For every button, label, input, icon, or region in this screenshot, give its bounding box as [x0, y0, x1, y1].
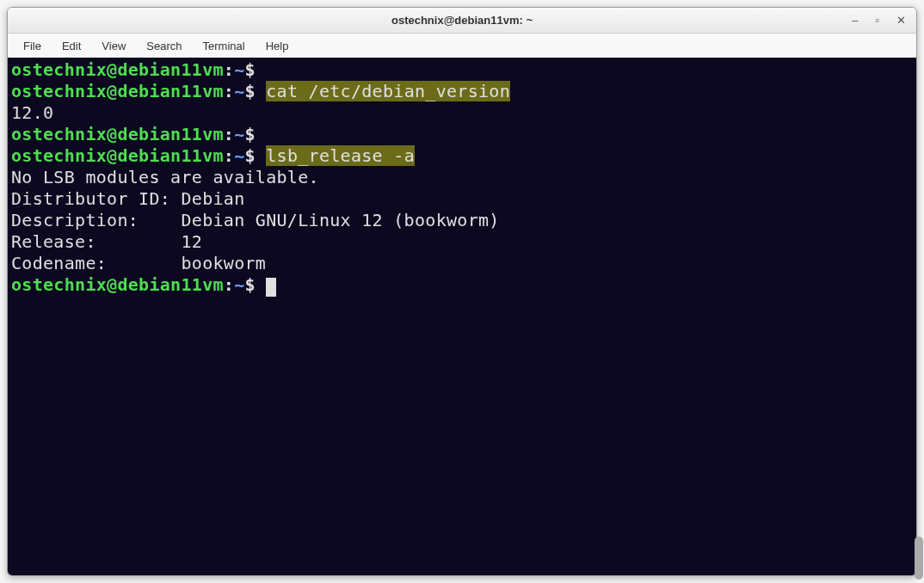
- output-text: Distributor ID: Debian: [11, 188, 245, 209]
- prompt-colon: :: [224, 59, 234, 80]
- close-button[interactable]: ✕: [891, 13, 911, 28]
- prompt-line: ostechnix@debian11vm:~$: [11, 124, 913, 145]
- menu-file[interactable]: File: [15, 36, 50, 56]
- output-line: Codename: bookworm: [11, 253, 913, 274]
- menubar: File Edit View Search Terminal Help: [8, 34, 916, 58]
- menu-search[interactable]: Search: [138, 36, 190, 56]
- menu-edit[interactable]: Edit: [53, 36, 89, 56]
- prompt-line: ostechnix@debian11vm:~$ lsb_release -a: [11, 145, 913, 167]
- prompt-colon: :: [224, 274, 234, 295]
- menu-help[interactable]: Help: [257, 36, 298, 56]
- output-line: 12.0: [11, 102, 913, 124]
- output-text: Description: Debian GNU/Linux 12 (bookwo…: [11, 210, 500, 230]
- prompt-user: ostechnix@debian11vm: [11, 81, 224, 101]
- output-text: 12.0: [11, 102, 53, 123]
- prompt-line: ostechnix@debian11vm:~$: [11, 274, 913, 296]
- prompt-user: ostechnix@debian11vm: [11, 59, 224, 80]
- output-text: No LSB modules are available.: [11, 167, 319, 187]
- prompt-user: ostechnix@debian11vm: [11, 145, 224, 166]
- prompt-path: ~: [234, 145, 244, 166]
- output-text: Release: 12: [11, 231, 202, 252]
- output-line: Release: 12: [11, 231, 913, 253]
- prompt-symbol: $: [245, 124, 267, 144]
- prompt-path: ~: [234, 124, 244, 144]
- maximize-button[interactable]: ▫: [870, 13, 884, 28]
- command-text: cat /etc/debian_version: [266, 81, 510, 101]
- titlebar[interactable]: ostechnix@debian11vm: ~ – ▫ ✕: [8, 8, 916, 34]
- prompt-symbol: $: [245, 59, 267, 80]
- prompt-colon: :: [224, 124, 234, 144]
- prompt-user: ostechnix@debian11vm: [11, 124, 224, 144]
- window-controls: – ▫ ✕: [847, 13, 911, 28]
- output-line: No LSB modules are available.: [11, 167, 913, 188]
- command-text: lsb_release -a: [266, 145, 415, 166]
- menu-terminal[interactable]: Terminal: [194, 36, 254, 56]
- prompt-colon: :: [224, 145, 234, 166]
- output-line: Distributor ID: Debian: [11, 188, 913, 210]
- prompt-path: ~: [234, 81, 244, 101]
- prompt-symbol: $: [245, 145, 267, 166]
- prompt-path: ~: [234, 274, 244, 295]
- window-title: ostechnix@debian11vm: ~: [391, 14, 533, 27]
- scrollbar-thumb[interactable]: [915, 537, 923, 580]
- prompt-path: ~: [234, 59, 244, 80]
- output-text: Codename: bookworm: [11, 253, 266, 273]
- prompt-colon: :: [224, 81, 234, 101]
- menu-view[interactable]: View: [93, 36, 134, 56]
- prompt-user: ostechnix@debian11vm: [11, 274, 224, 295]
- prompt-line: ostechnix@debian11vm:~$ cat /etc/debian_…: [11, 81, 913, 102]
- terminal-area[interactable]: ostechnix@debian11vm:~$ ostechnix@debian…: [8, 58, 916, 575]
- output-line: Description: Debian GNU/Linux 12 (bookwo…: [11, 210, 913, 231]
- prompt-symbol: $: [245, 274, 267, 295]
- prompt-symbol: $: [245, 81, 267, 101]
- prompt-line: ostechnix@debian11vm:~$: [11, 59, 913, 81]
- terminal-window: ostechnix@debian11vm: ~ – ▫ ✕ File Edit …: [7, 7, 917, 576]
- cursor: [266, 278, 276, 297]
- minimize-button[interactable]: –: [847, 13, 863, 28]
